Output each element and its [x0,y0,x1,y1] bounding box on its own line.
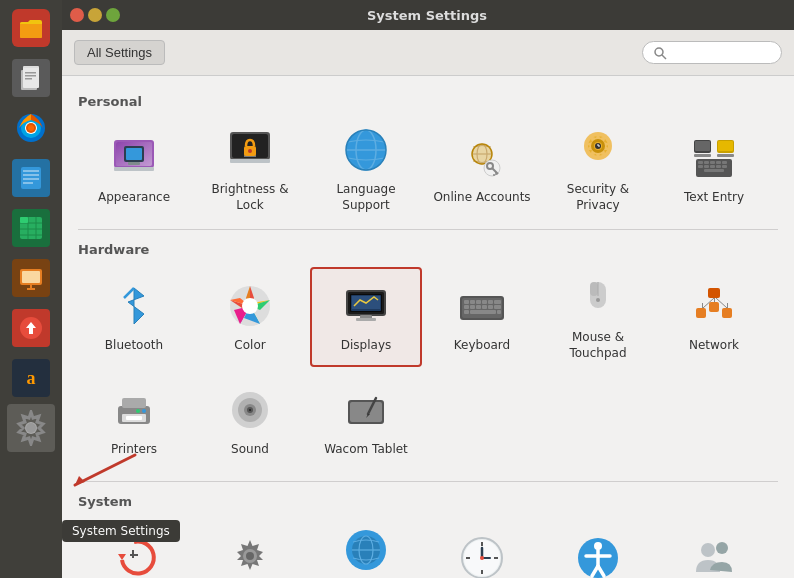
svg-rect-105 [494,300,501,304]
sound-item[interactable]: Sound [194,371,306,471]
svg-rect-102 [476,300,481,304]
sidebar-item-files[interactable] [7,4,55,52]
user-accounts-item[interactable]: User Accounts [658,519,770,578]
svg-rect-42 [128,162,140,165]
sidebar-item-system-settings[interactable] [7,404,55,452]
appearance-icon [108,132,160,184]
bluetooth-icon [108,280,160,332]
language-support-label: Language Support [314,182,418,213]
sidebar-item-documents[interactable] [7,54,55,102]
mouse-touchpad-label: Mouse & Touchpad [546,330,650,361]
universal-access-item[interactable]: Universal Access [542,519,654,578]
language-support-icon [340,124,392,176]
keyboard-label: Keyboard [454,338,510,354]
svg-rect-81 [722,161,727,164]
svg-rect-9 [25,75,36,77]
svg-rect-75 [717,154,734,157]
svg-point-133 [136,409,140,413]
sidebar-item-presentation[interactable] [7,254,55,302]
security-privacy-item[interactable]: Security & Privacy [542,119,654,219]
online-accounts-icon [456,132,508,184]
svg-rect-20 [23,182,33,184]
minimize-button[interactable] [88,8,102,22]
svg-rect-145 [132,550,134,558]
svg-rect-131 [126,416,142,420]
svg-rect-71 [695,141,710,151]
sound-label: Sound [231,442,269,458]
color-label: Color [234,338,265,354]
sidebar-item-software-center[interactable] [7,304,55,352]
software-updates-icon [340,524,392,576]
title-bar: System Settings [62,0,794,30]
svg-rect-101 [470,300,475,304]
svg-rect-29 [22,271,40,283]
svg-point-132 [142,409,146,413]
text-entry-item[interactable]: Text Entry [658,119,770,219]
system-settings-tooltip: System Settings [62,520,180,542]
maximize-button[interactable] [106,8,120,22]
search-icon [653,46,667,60]
brightness-lock-item[interactable]: Brightness & Lock [194,119,306,219]
hardware-section-title: Hardware [78,242,778,257]
displays-icon [340,280,392,332]
svg-point-160 [480,556,484,560]
svg-rect-17 [23,170,39,172]
svg-rect-111 [494,305,501,309]
system-section-title: System [78,494,778,509]
wacom-tablet-item[interactable]: Wacom Tablet [310,371,422,471]
wacom-tablet-icon [340,384,392,436]
language-support-item[interactable]: Language Support [310,119,422,219]
sidebar-item-text-editor[interactable] [7,154,55,202]
svg-rect-82 [698,165,703,168]
svg-rect-109 [482,305,487,309]
main-window: System Settings All Settings Personal [62,0,794,578]
personal-section-title: Personal [78,94,778,109]
appearance-item[interactable]: Appearance [78,119,190,219]
security-privacy-icon [572,124,624,176]
all-settings-button[interactable]: All Settings [74,40,165,65]
svg-rect-41 [126,148,142,160]
svg-rect-120 [702,303,703,308]
sidebar-item-browser[interactable] [7,104,55,152]
network-item[interactable]: Network [658,267,770,367]
svg-line-36 [662,55,666,59]
svg-point-89 [242,298,258,314]
svg-rect-79 [710,161,715,164]
svg-rect-74 [718,141,733,151]
svg-rect-104 [488,300,493,304]
sidebar-item-spreadsheet[interactable] [7,204,55,252]
svg-point-35 [655,48,663,56]
svg-point-34 [26,423,36,433]
brightness-lock-label: Brightness & Lock [198,182,302,213]
arrow-indicator [65,450,145,490]
svg-rect-10 [25,78,32,80]
svg-rect-100 [464,300,469,304]
details-item[interactable]: Details [194,519,306,578]
sidebar-item-amazon[interactable]: a [7,354,55,402]
search-input[interactable] [673,45,773,60]
brightness-lock-icon [224,124,276,176]
hardware-grid: Bluetooth [78,267,778,471]
time-date-item[interactable]: Time & Date [426,519,538,578]
software-updates-item[interactable]: Software & Updates [310,519,422,578]
svg-rect-103 [482,300,487,304]
svg-rect-95 [356,318,376,321]
color-item[interactable]: Color [194,267,306,367]
svg-rect-110 [488,305,493,309]
svg-rect-83 [704,165,709,168]
close-button[interactable] [70,8,84,22]
displays-item[interactable]: Displays [310,267,422,367]
online-accounts-label: Online Accounts [433,190,530,206]
user-accounts-icon [688,532,740,578]
svg-point-138 [249,409,251,411]
bluetooth-item[interactable]: Bluetooth [78,267,190,367]
mouse-touchpad-item[interactable]: Mouse & Touchpad [542,267,654,367]
details-icon [224,532,276,578]
svg-rect-123 [722,308,732,318]
keyboard-item[interactable]: Keyboard [426,267,538,367]
svg-point-49 [248,149,252,153]
svg-point-167 [701,543,715,557]
online-accounts-item[interactable]: Online Accounts [426,119,538,219]
svg-rect-47 [230,159,270,163]
svg-point-15 [28,125,34,131]
